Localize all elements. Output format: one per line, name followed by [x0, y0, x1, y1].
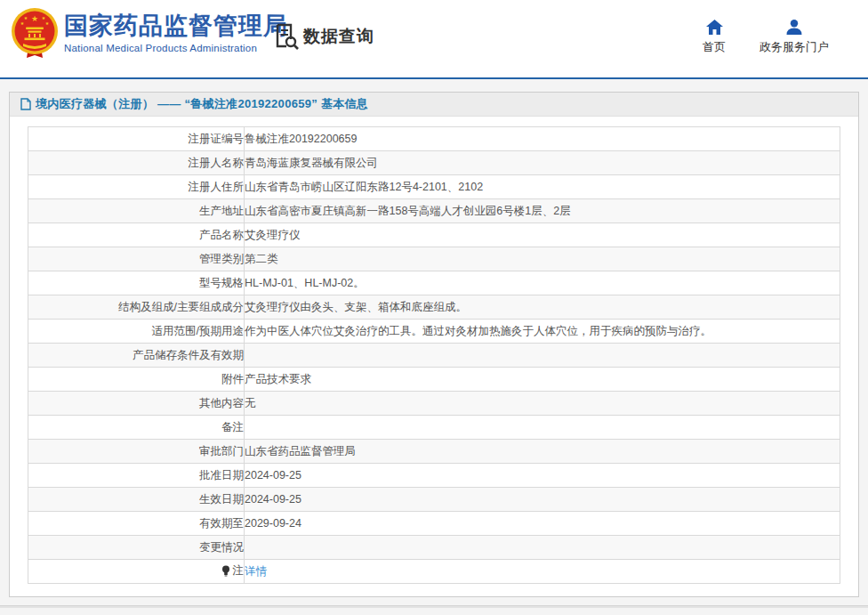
nav-item-portal[interactable]: 政务服务门户 [760, 20, 829, 55]
table-row: 附件 产品技术要求 [28, 368, 840, 392]
bulb-icon [221, 565, 230, 577]
row-value: 青岛海蓝康复器械有限公司 [245, 151, 840, 175]
row-value: 山东省药品监督管理局 [245, 440, 840, 464]
row-value: HL-MJ-01、HL-MJ-02。 [245, 271, 840, 295]
row-label: 适用范围/预期用途 [152, 324, 244, 339]
table-row: 适用范围/预期用途 作为中医人体穴位艾灸治疗的工具。通过对灸材加热施灸于人体穴位… [28, 320, 840, 344]
table-row: 注册人住所 山东省青岛市崂山区辽阳东路12号4-2101、2102 [28, 175, 840, 199]
row-label-cell: 附件 [28, 368, 245, 392]
site-header: ★ ★ ★ ★ ★ 国家药品监督管理局 National Medical Pro… [0, 0, 868, 77]
table-row: 变更情况 [28, 536, 840, 560]
row-value: 艾灸理疗仪由灸头、支架、箱体和底座组成。 [245, 295, 840, 320]
row-value: 鲁械注准20192200659 [245, 127, 840, 151]
nav-item-home[interactable]: 首页 [703, 20, 726, 55]
data-query-label: 数据查询 [303, 25, 374, 48]
info-table: 注册证编号 鲁械注准20192200659 注册人名称 青岛海蓝康复器械有限公司… [28, 126, 840, 584]
nav-home-label: 首页 [703, 39, 726, 55]
table-row: 生效日期 2024-09-25 [28, 488, 840, 512]
page-title: 境内医疗器械（注册） —— “鲁械注准20192200659” 基本信息 [36, 96, 368, 112]
data-query-nav[interactable]: 数据查询 [274, 23, 374, 50]
header-divider [0, 77, 868, 79]
table-row: 注 详情 [28, 560, 840, 584]
table-row: 备注 [28, 416, 840, 440]
row-value: 2024-09-25 [245, 464, 840, 488]
row-label-cell: 备注 [28, 416, 245, 440]
row-label-cell: 生效日期 [28, 488, 245, 512]
row-label-cell: 生产地址 [28, 199, 245, 223]
row-label: 生产地址 [199, 204, 244, 219]
row-label-cell: 注册人住所 [28, 175, 245, 199]
row-label-cell: 审批部门 [28, 440, 245, 464]
row-label: 批准日期 [199, 468, 244, 483]
svg-text:★: ★ [45, 20, 50, 26]
row-label: 型号规格 [199, 276, 244, 291]
header-nav: 首页 政务服务门户 [703, 20, 829, 55]
svg-text:★: ★ [31, 14, 38, 23]
table-row: 产品储存条件及有效期 [28, 344, 840, 368]
row-label: 产品名称 [199, 228, 244, 243]
row-label-cell: 注册人名称 [28, 151, 245, 175]
user-icon [786, 20, 802, 35]
row-label-cell: 批准日期 [28, 464, 245, 488]
row-label: 附件 [221, 372, 244, 387]
table-row: 注册人名称 青岛海蓝康复器械有限公司 [28, 151, 840, 175]
brand-title: 国家药品监督管理局 [64, 12, 288, 40]
row-label-cell: 产品储存条件及有效期 [28, 344, 245, 368]
row-label: 备注 [221, 420, 244, 435]
table-row: 管理类别 第二类 [28, 247, 840, 271]
detail-link[interactable]: 详情 [245, 565, 267, 578]
footer-strip [0, 605, 868, 608]
row-label: 管理类别 [199, 252, 244, 267]
row-value [245, 344, 840, 368]
row-label-cell: 结构及组成/主要组成成分 [28, 295, 245, 320]
page-icon [20, 98, 31, 110]
content-panel: 境内医疗器械（注册） —— “鲁械注准20192200659” 基本信息 注册证… [9, 92, 859, 597]
row-label: 生效日期 [199, 492, 244, 507]
row-label-cell: 注册证编号 [28, 127, 245, 151]
row-label: 注册人住所 [189, 180, 245, 195]
table-row: 产品名称 艾灸理疗仪 [28, 223, 840, 247]
national-emblem-logo[interactable]: ★ ★ ★ ★ ★ [11, 8, 59, 60]
row-label-cell: 变更情况 [28, 536, 245, 560]
row-label-cell: 其他内容 [28, 392, 245, 416]
svg-text:★: ★ [24, 15, 28, 20]
table-row: 结构及组成/主要组成成分 艾灸理疗仪由灸头、支架、箱体和底座组成。 [28, 295, 840, 320]
nav-portal-label: 政务服务门户 [760, 39, 829, 55]
row-value [245, 536, 840, 560]
row-value: 山东省高密市夏庄镇高新一路158号高端人才创业园6号楼1层、2层 [245, 199, 840, 223]
brand-subtitle: National Medical Products Administration [64, 43, 288, 53]
document-search-icon [274, 23, 299, 50]
row-value: 第二类 [245, 247, 840, 271]
row-label-cell: 适用范围/预期用途 [28, 320, 245, 344]
row-value: 2024-09-25 [245, 488, 840, 512]
table-row: 生产地址 山东省高密市夏庄镇高新一路158号高端人才创业园6号楼1层、2层 [28, 199, 840, 223]
row-value: 艾灸理疗仪 [245, 223, 840, 247]
table-row: 注册证编号 鲁械注准20192200659 [28, 127, 840, 151]
row-label: 产品储存条件及有效期 [133, 348, 244, 363]
row-label: 注册证编号 [189, 132, 245, 147]
row-value: 详情 [245, 560, 840, 584]
table-row: 审批部门 山东省药品监督管理局 [28, 440, 840, 464]
row-label-cell: 产品名称 [28, 223, 245, 247]
row-label-cell: 型号规格 [28, 271, 245, 295]
row-label: 有效期至 [199, 516, 244, 531]
info-table-body: 注册证编号 鲁械注准20192200659 注册人名称 青岛海蓝康复器械有限公司… [28, 127, 840, 584]
national-emblem-icon: ★ ★ ★ ★ ★ [11, 8, 59, 60]
row-value: 产品技术要求 [245, 368, 840, 392]
table-row: 其他内容 无 [28, 392, 840, 416]
svg-text:★: ★ [20, 20, 25, 26]
row-value: 2029-09-24 [245, 512, 840, 536]
row-label: 注 [233, 563, 245, 579]
row-label-cell: 有效期至 [28, 512, 245, 536]
row-label-cell: 注 [28, 560, 245, 584]
row-value: 无 [245, 392, 840, 416]
row-label: 其他内容 [199, 396, 244, 411]
row-value [245, 416, 840, 440]
row-label: 变更情况 [199, 540, 244, 555]
title-bar: 境内医疗器械（注册） —— “鲁械注准20192200659” 基本信息 [10, 93, 858, 117]
row-label: 结构及组成/主要组成成分 [118, 300, 244, 315]
table-row: 批准日期 2024-09-25 [28, 464, 840, 488]
table-row: 型号规格 HL-MJ-01、HL-MJ-02。 [28, 271, 840, 295]
row-value: 山东省青岛市崂山区辽阳东路12号4-2101、2102 [245, 175, 840, 199]
home-icon [706, 20, 723, 35]
